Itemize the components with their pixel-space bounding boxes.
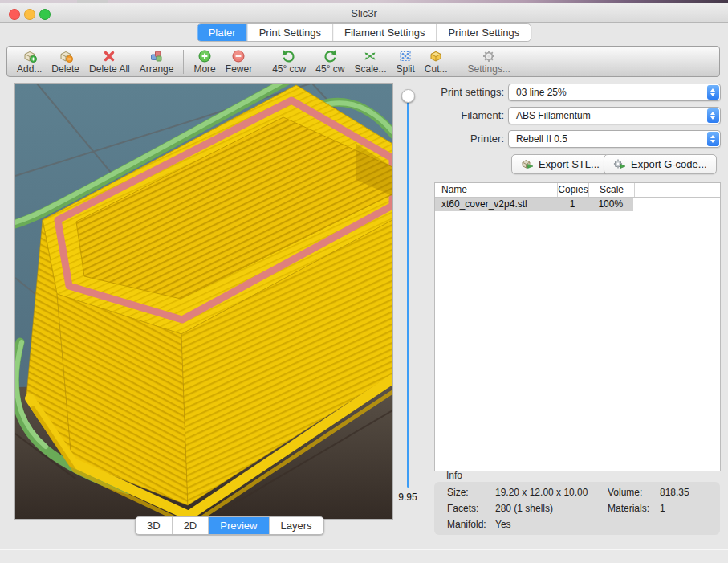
export-gcode-button[interactable]: Export G-code... — [604, 154, 717, 174]
scale-button[interactable]: Scale... — [349, 49, 391, 75]
manifold-value: Yes — [495, 519, 511, 530]
toolbar-label: More — [193, 63, 215, 75]
toolbar-label: 45° ccw — [272, 63, 306, 75]
rotate-ccw-icon — [281, 49, 297, 63]
stepper-icon — [707, 108, 719, 123]
cell-object-scale: 100% — [588, 198, 633, 211]
table-row-selected[interactable]: xt60_cover_v2p4.stl 1 100% — [435, 198, 633, 211]
main-tab-bar: Plater Print Settings Filament Settings … — [197, 23, 532, 42]
more-plus-icon — [197, 49, 212, 63]
toolbar-separator — [183, 50, 184, 74]
cut-button[interactable]: Cut... — [420, 49, 453, 75]
delete-all-button[interactable]: Delete All — [84, 49, 135, 75]
export-gear-icon — [613, 158, 626, 170]
split-button[interactable]: Split — [391, 49, 419, 75]
rotate-cw-button[interactable]: 45° cw — [311, 49, 349, 75]
table-header: Name Copies Scale — [435, 183, 720, 198]
toolbar-label: 45° cw — [315, 63, 344, 75]
settings-button[interactable]: Settings... — [463, 49, 515, 75]
add-box-icon — [22, 49, 38, 63]
facets-value: 280 (1 shells) — [495, 503, 553, 514]
size-value: 19.20 x 12.00 x 10.00 — [495, 487, 588, 498]
toolbar-label: Fewer — [226, 63, 252, 75]
window-title: Slic3r — [0, 7, 728, 19]
toolbar-label: Split — [396, 63, 414, 75]
add-button[interactable]: Add... — [12, 49, 47, 75]
settings-gear-icon — [482, 49, 496, 63]
column-header-copies[interactable]: Copies — [558, 183, 589, 197]
view-tab-preview[interactable]: Preview — [209, 517, 269, 534]
export-stl-label: Export STL... — [539, 158, 600, 170]
scale-arrows-icon — [362, 49, 378, 63]
toolbar-separator — [458, 50, 458, 74]
toolbar-label: Add... — [17, 63, 42, 75]
stepper-icon — [707, 132, 719, 146]
column-header-scale[interactable]: Scale — [589, 183, 635, 197]
export-box-icon — [521, 158, 534, 170]
layer-slider-knob[interactable] — [401, 89, 415, 103]
filament-label: Filament: — [433, 109, 504, 121]
toolbar-separator — [262, 50, 262, 74]
fewer-minus-icon — [231, 49, 246, 63]
view-tab-2d[interactable]: 2D — [173, 517, 209, 534]
tab-print-settings[interactable]: Print Settings — [248, 24, 333, 41]
delete-box-icon — [58, 49, 74, 63]
status-bar — [0, 549, 728, 563]
toolbar-label: Cut... — [425, 63, 448, 75]
tab-plater[interactable]: Plater — [197, 24, 248, 41]
slic3r-window: Slic3r Plater Print Settings Filament Se… — [0, 0, 728, 563]
delete-all-icon — [102, 49, 116, 63]
split-icon — [398, 49, 413, 63]
layer-slider-track[interactable] — [407, 102, 409, 488]
printer-label: Printer: — [433, 133, 504, 145]
printer-value: Rebell II 0.5 — [516, 133, 567, 145]
volume-label: Volume: — [608, 487, 642, 498]
materials-value: 1 — [660, 503, 665, 514]
printer-dropdown[interactable]: Rebell II 0.5 — [508, 130, 721, 148]
filament-dropdown[interactable]: ABS Fillamentum — [508, 107, 721, 124]
rotate-cw-icon — [322, 49, 338, 63]
arrange-cubes-icon — [148, 49, 165, 63]
plater-toolbar: Add... Delete Delete All Arrange More — [6, 46, 720, 77]
facets-label: Facets: — [447, 503, 478, 514]
toolbar-label: Delete — [51, 63, 79, 75]
cut-cube-icon — [428, 49, 444, 63]
toolbar-label: Settings... — [468, 63, 510, 75]
layer-slider-value: 9.95 — [390, 492, 425, 503]
column-header-name[interactable]: Name — [435, 183, 558, 197]
materials-label: Materials: — [608, 503, 649, 514]
object-list-table: Name Copies Scale xt60_cover_v2p4.stl 1 … — [434, 182, 721, 471]
toolbar-label: Arrange — [140, 63, 174, 75]
manifold-label: Manifold: — [447, 519, 486, 530]
delete-button[interactable]: Delete — [47, 49, 84, 75]
export-gcode-label: Export G-code... — [631, 158, 707, 170]
stepper-icon — [707, 85, 719, 100]
view-tab-bar: 3D 2D Preview Layers — [135, 516, 324, 535]
info-group-box: Size: 19.20 x 12.00 x 10.00 Volume: 818.… — [434, 482, 720, 535]
size-label: Size: — [447, 487, 469, 498]
print-settings-label: Print settings: — [433, 86, 504, 98]
fewer-button[interactable]: Fewer — [221, 49, 257, 75]
tab-printer-settings[interactable]: Printer Settings — [437, 24, 531, 41]
tab-filament-settings[interactable]: Filament Settings — [333, 24, 437, 41]
print-settings-dropdown[interactable]: 03 line 25% — [508, 84, 721, 101]
arrange-button[interactable]: Arrange — [135, 49, 179, 75]
print-settings-value: 03 line 25% — [516, 87, 567, 98]
filament-value: ABS Fillamentum — [516, 110, 591, 121]
view-tab-layers[interactable]: Layers — [270, 517, 323, 534]
volume-value: 818.35 — [660, 487, 689, 498]
toolbar-label: Delete All — [89, 63, 130, 75]
info-group-title: Info — [446, 470, 462, 481]
cell-object-copies: 1 — [557, 198, 588, 211]
viewport-3d-preview[interactable] — [14, 83, 393, 520]
toolbar-label: Scale... — [354, 63, 386, 75]
rotate-ccw-button[interactable]: 45° ccw — [267, 49, 311, 75]
title-bar: Slic3r — [0, 3, 728, 23]
export-stl-button[interactable]: Export STL... — [511, 154, 609, 174]
more-button[interactable]: More — [189, 49, 220, 75]
view-tab-3d[interactable]: 3D — [136, 517, 173, 534]
cell-object-name: xt60_cover_v2p4.stl — [435, 198, 557, 211]
